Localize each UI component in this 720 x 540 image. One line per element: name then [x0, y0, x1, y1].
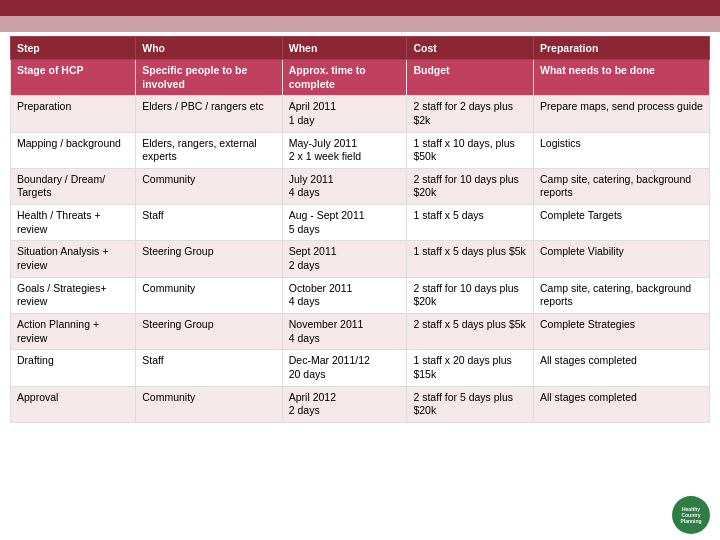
table-cell: All stages completed — [533, 350, 709, 386]
table-cell: Complete Viability — [533, 241, 709, 277]
table-cell: 2 staff x 5 days plus $5k — [407, 313, 534, 349]
table-cell: Dec-Mar 2011/1220 days — [282, 350, 407, 386]
table-cell: 2 staff for 10 days plus $20k — [407, 277, 534, 313]
table-cell: 1 staff x 5 days — [407, 205, 534, 241]
subheader-cell: Approx. time to complete — [282, 60, 407, 96]
table-row: Boundary / Dream/ TargetsCommunityJuly 2… — [11, 168, 710, 204]
table-row: Health / Threats + reviewStaffAug - Sept… — [11, 205, 710, 241]
table-cell: April 20111 day — [282, 96, 407, 132]
subheader-cell: What needs to be done — [533, 60, 709, 96]
table-cell: May-July 20112 x 1 week field — [282, 132, 407, 168]
table-cell: Community — [136, 168, 282, 204]
table-cell: Aug - Sept 20115 days — [282, 205, 407, 241]
table-cell: Complete Targets — [533, 205, 709, 241]
planning-table: Step Who When Cost Preparation Stage of … — [10, 36, 710, 423]
table-cell: Prepare maps, send process guide — [533, 96, 709, 132]
table-cell: Action Planning + review — [11, 313, 136, 349]
table-cell: Preparation — [11, 96, 136, 132]
table-cell: Boundary / Dream/ Targets — [11, 168, 136, 204]
table-cell: Goals / Strategies+ review — [11, 277, 136, 313]
table-row: Situation Analysis + reviewSteering Grou… — [11, 241, 710, 277]
table-cell: Staff — [136, 205, 282, 241]
table-cell: Camp site, catering, background reports — [533, 277, 709, 313]
col-who: Who — [136, 37, 282, 60]
table-cell: 1 staff x 10 days, plus $50k — [407, 132, 534, 168]
table-cell: Sept 20112 days — [282, 241, 407, 277]
table-cell: Approval — [11, 386, 136, 422]
table-cell: Camp site, catering, background reports — [533, 168, 709, 204]
table-cell: July 20114 days — [282, 168, 407, 204]
col-cost: Cost — [407, 37, 534, 60]
table-row: PreparationElders / PBC / rangers etcApr… — [11, 96, 710, 132]
table-cell: 2 staff for 5 days plus $20k — [407, 386, 534, 422]
table-cell: Elders, rangers, external experts — [136, 132, 282, 168]
table-cell: Complete Strategies — [533, 313, 709, 349]
subheader-cell: Specific people to be involved — [136, 60, 282, 96]
table-cell: Situation Analysis + review — [11, 241, 136, 277]
sub-header — [0, 16, 720, 32]
table-container: Step Who When Cost Preparation Stage of … — [0, 32, 720, 427]
table-row: DraftingStaffDec-Mar 2011/1220 days1 sta… — [11, 350, 710, 386]
subheader-cell: Budget — [407, 60, 534, 96]
table-cell: Community — [136, 386, 282, 422]
table-subheader-row: Stage of HCPSpecific people to be involv… — [11, 60, 710, 96]
table-cell: Community — [136, 277, 282, 313]
table-cell: October 20114 days — [282, 277, 407, 313]
table-cell: April 20122 days — [282, 386, 407, 422]
table-cell: Mapping / background — [11, 132, 136, 168]
table-row: ApprovalCommunityApril 20122 days2 staff… — [11, 386, 710, 422]
table-row: Goals / Strategies+ reviewCommunityOctob… — [11, 277, 710, 313]
table-cell: Elders / PBC / rangers etc — [136, 96, 282, 132]
table-cell: Staff — [136, 350, 282, 386]
col-when: When — [282, 37, 407, 60]
col-preparation: Preparation — [533, 37, 709, 60]
subheader-cell: Stage of HCP — [11, 60, 136, 96]
table-cell: 1 staff x 20 days plus $15k — [407, 350, 534, 386]
table-row: Action Planning + reviewSteering GroupNo… — [11, 313, 710, 349]
table-header-row: Step Who When Cost Preparation — [11, 37, 710, 60]
table-cell: November 20114 days — [282, 313, 407, 349]
header-bar — [0, 0, 720, 16]
table-cell: All stages completed — [533, 386, 709, 422]
table-cell: 1 staff x 5 days plus $5k — [407, 241, 534, 277]
table-cell: 2 staff for 10 days plus $20k — [407, 168, 534, 204]
logo-area: HealthyCountryPlanning — [672, 496, 710, 534]
table-cell: Health / Threats + review — [11, 205, 136, 241]
table-cell: Steering Group — [136, 313, 282, 349]
table-row: Mapping / backgroundElders, rangers, ext… — [11, 132, 710, 168]
col-step: Step — [11, 37, 136, 60]
table-cell: Logistics — [533, 132, 709, 168]
table-cell: Drafting — [11, 350, 136, 386]
table-cell: Steering Group — [136, 241, 282, 277]
table-cell: 2 staff for 2 days plus $2k — [407, 96, 534, 132]
